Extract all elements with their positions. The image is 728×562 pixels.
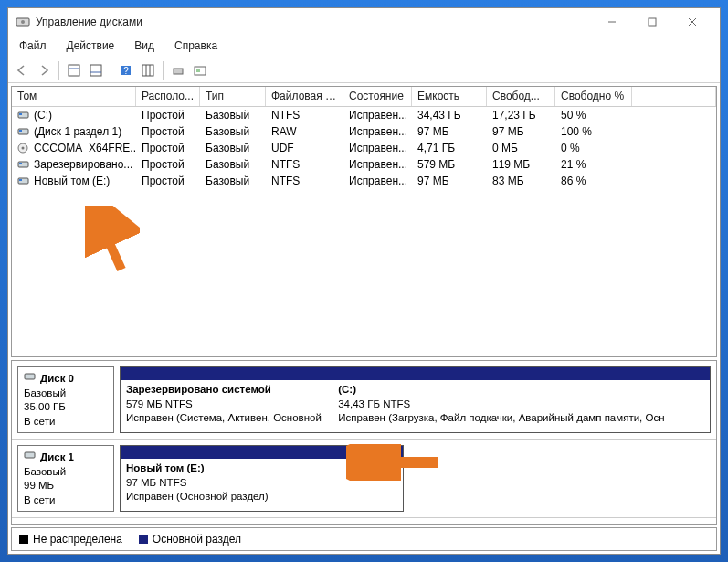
col-type[interactable]: Тип (200, 87, 266, 106)
col-volume[interactable]: Том (12, 87, 136, 106)
svg-point-23 (22, 147, 25, 150)
cell-freepct: 50 % (555, 108, 632, 122)
menu-action[interactable]: Действие (63, 37, 119, 54)
toolbar-separator (111, 61, 111, 80)
disk-row: Диск 0Базовый35,00 ГБВ сетиЗарезервирова… (12, 361, 716, 440)
cell-fs: UDF (266, 141, 343, 155)
table-row[interactable]: Зарезервировано...ПростойБазовыйNTFSИспр… (12, 156, 716, 173)
cell-layout: Простой (136, 124, 200, 139)
view-top-icon[interactable] (64, 60, 84, 80)
action-icon-2[interactable] (190, 60, 210, 80)
partition[interactable]: (C:)34,43 ГБ NTFSИсправен (Загрузка, Фай… (332, 367, 710, 432)
svg-text:?: ? (123, 66, 129, 76)
cell-status: Исправен... (343, 141, 412, 155)
cell-free: 83 МБ (487, 174, 555, 188)
disk-info[interactable]: Диск 0Базовый35,00 ГБВ сети (17, 366, 114, 433)
col-filesystem[interactable]: Файловая с... (266, 87, 343, 106)
svg-rect-8 (90, 65, 101, 76)
cell-capacity: 34,43 ГБ (412, 108, 487, 122)
partition-title: (C:) (338, 383, 704, 398)
cell-status: Исправен... (343, 157, 412, 172)
legend-unallocated-label: Не распределена (33, 533, 122, 546)
close-button[interactable] (672, 9, 712, 35)
cell-layout: Простой (136, 174, 200, 188)
table-row[interactable]: (Диск 1 раздел 1)ПростойБазовыйRAWИсправ… (12, 123, 716, 140)
col-status[interactable]: Состояние (343, 87, 412, 106)
cell-free: 17,23 ГБ (487, 108, 555, 122)
swatch-unallocated-icon (19, 535, 28, 544)
disk-size: 35,00 ГБ (24, 400, 108, 415)
legend-unallocated: Не распределена (19, 533, 122, 546)
disk-info[interactable]: Диск 1Базовый99 МБВ сети (17, 445, 114, 512)
cell-capacity: 4,71 ГБ (412, 141, 487, 155)
disk-size: 99 МБ (24, 479, 108, 493)
disk-status: В сети (24, 493, 108, 508)
menu-file[interactable]: Файл (16, 37, 50, 54)
col-spacer (632, 87, 716, 106)
partition-title: Зарезервировано системой (126, 383, 326, 398)
col-freepct[interactable]: Свободно % (555, 87, 632, 106)
volume-name: Зарезервировано... (34, 158, 132, 171)
toolbar-separator (163, 61, 164, 80)
cell-fs: RAW (266, 124, 343, 139)
svg-rect-19 (19, 113, 22, 115)
svg-rect-21 (19, 130, 22, 132)
settings-icon[interactable] (138, 60, 158, 80)
partition-row: Новый том (E:)97 МБ NTFSИсправен (Основн… (120, 445, 404, 512)
legend-primary-label: Основной раздел (153, 533, 241, 546)
help-icon[interactable]: ? (116, 60, 136, 80)
forward-button[interactable] (34, 60, 54, 80)
col-layout[interactable]: Располо... (136, 87, 200, 106)
volume-name: (C:) (34, 109, 52, 122)
app-icon (16, 15, 30, 29)
titlebar: Управление дисками (8, 8, 720, 36)
disk-type: Базовый (24, 387, 108, 401)
partition[interactable]: Зарезервировано системой579 МБ NTFSИспра… (121, 367, 332, 432)
maximize-button[interactable] (632, 9, 672, 35)
col-capacity[interactable]: Емкость (412, 87, 487, 106)
col-free[interactable]: Свобод... (487, 87, 555, 106)
table-row[interactable]: (C:)ПростойБазовыйNTFSИсправен...34,43 Г… (12, 107, 716, 123)
menu-help[interactable]: Справка (171, 37, 221, 54)
volume-icon (17, 126, 30, 137)
partition-cap (121, 446, 403, 459)
table-row[interactable]: CCCOMA_X64FRE...ПростойБазовыйUDFИсправе… (12, 140, 716, 156)
view-bottom-icon[interactable] (86, 60, 106, 80)
cell-capacity: 97 МБ (412, 124, 487, 139)
volume-name: (Диск 1 раздел 1) (34, 125, 121, 138)
disk-name: Диск 0 (40, 372, 74, 387)
volume-icon (17, 110, 30, 121)
table-row[interactable]: Новый том (E:)ПростойБазовыйNTFSИсправен… (12, 173, 716, 189)
cell-capacity: 97 МБ (412, 174, 487, 188)
partition[interactable]: Новый том (E:)97 МБ NTFSИсправен (Основн… (121, 446, 403, 511)
partition-cap (332, 367, 710, 380)
cell-freepct: 86 % (555, 174, 632, 188)
volume-name: Новый том (E:) (34, 175, 110, 187)
cell-status: Исправен... (343, 124, 412, 139)
cell-type: Базовый (200, 174, 266, 188)
menubar: Файл Действие Вид Справка (8, 36, 720, 58)
legend: Не распределена Основной раздел (11, 527, 717, 551)
disk-type: Базовый (24, 465, 108, 480)
toolbar-separator (58, 61, 59, 80)
partition-size: 97 МБ NTFS (126, 476, 397, 491)
svg-rect-31 (25, 452, 35, 458)
back-button[interactable] (12, 60, 32, 80)
swatch-primary-icon (139, 535, 148, 544)
cell-freepct: 100 % (555, 124, 632, 139)
window-buttons (592, 9, 712, 35)
svg-rect-25 (19, 163, 22, 164)
svg-rect-15 (174, 69, 183, 74)
partition-title: Новый том (E:) (126, 461, 397, 476)
partition-status: Исправен (Основной раздел) (126, 490, 397, 504)
column-headers: Том Располо... Тип Файловая с... Состоян… (12, 87, 716, 107)
action-icon-1[interactable] (168, 60, 188, 80)
svg-rect-6 (69, 65, 79, 76)
minimize-button[interactable] (592, 9, 632, 35)
toolbar: ? (8, 58, 720, 83)
cell-status: Исправен... (343, 174, 412, 188)
cell-status: Исправен... (343, 108, 412, 122)
volume-name: CCCOMA_X64FRE... (34, 142, 136, 154)
volume-icon (17, 175, 30, 186)
menu-view[interactable]: Вид (131, 37, 158, 54)
